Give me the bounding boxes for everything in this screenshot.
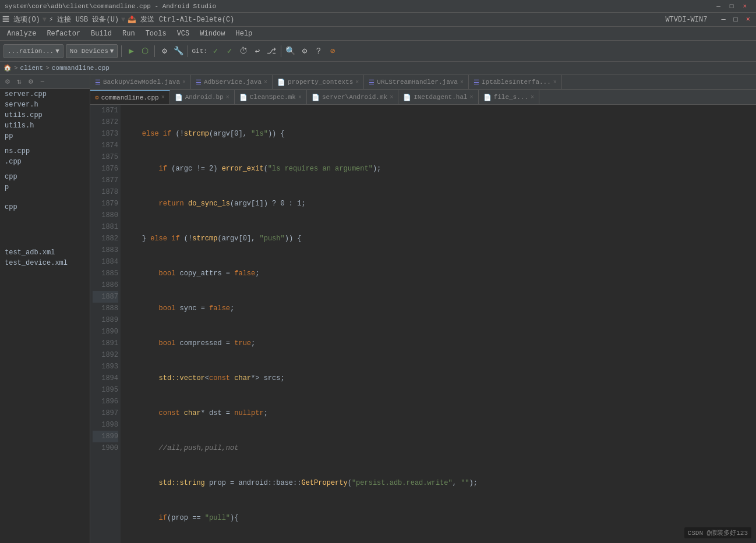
tab-server-android-mk[interactable]: 📄 server\Android.mk × <box>307 90 398 104</box>
code-line-1877: bool compressed = true; <box>125 338 751 349</box>
git-clock-icon[interactable]: ⏱ <box>238 45 249 57</box>
win-restore2[interactable]: □ <box>730 16 741 24</box>
menu-help[interactable]: Help <box>231 29 257 39</box>
toolbar-sep3 <box>188 45 188 57</box>
help-icon[interactable]: ? <box>313 45 324 57</box>
line-numbers: 1871 1872 1873 1874 1875 1876 1877 1878 … <box>90 105 121 543</box>
tab-icon-commandline: ⚙ <box>95 94 99 101</box>
tab-label-file-s: file_s... <box>494 94 528 101</box>
debug-button[interactable]: ⬡ <box>139 45 151 57</box>
git-check1-icon[interactable]: ✓ <box>210 45 221 57</box>
sidebar-minus-icon[interactable]: − <box>37 76 48 87</box>
sidebar-item-pp[interactable]: pp <box>0 131 90 141</box>
breadcrumb: 🏠 > client > commandline.cpp <box>0 62 756 74</box>
tab-close-commandline[interactable]: × <box>161 94 165 101</box>
tab-iptables[interactable]: ☰ IptablesInterfa... × <box>469 75 562 89</box>
devices-dropdown[interactable]: No Devices ▼ <box>66 44 118 58</box>
sidebar-item-utils-h[interactable]: utils.h <box>0 120 90 131</box>
git-branch-icon[interactable]: ⎇ <box>266 45 277 57</box>
sidebar-item-test-device[interactable]: test_device.xml <box>0 258 90 268</box>
tab-close-file-s[interactable]: × <box>531 94 534 101</box>
sidebar-item-utils-cpp[interactable]: utils.cpp <box>0 110 90 120</box>
code-editor[interactable]: else if (!strcmp(argv[0], "ls")) { if (a… <box>121 105 756 543</box>
window-close[interactable]: × <box>738 3 751 10</box>
menu-tools[interactable]: Tools <box>141 29 171 39</box>
ide-menu-bar: Analyze Refactor Build Run Tools VCS Win… <box>0 27 756 41</box>
tab-label-adb: AdbService.java <box>204 79 262 86</box>
window-minimize[interactable]: — <box>712 3 725 10</box>
tab-close-server-mk[interactable]: × <box>390 94 393 101</box>
tab-close-property[interactable]: × <box>355 79 359 86</box>
tab-close-url[interactable]: × <box>460 79 464 86</box>
code-line-1882: if(prop == "pull"){ <box>125 512 751 524</box>
tab-label-url: URLStreamHandler.java <box>377 79 458 86</box>
git-undo-icon[interactable]: ↩ <box>252 45 263 57</box>
tab-inetdagent[interactable]: 📄 INetdagent.hal × <box>398 90 478 104</box>
sidebar-item-cpp[interactable]: cpp <box>0 172 90 182</box>
tab-bar-2: ⚙ commandline.cpp × 📄 Android.bp × 📄 Cle… <box>90 90 756 105</box>
tab-label-commandline: commandline.cpp <box>101 94 159 101</box>
sidebar-item-test-adb[interactable]: test_adb.xml <box>0 247 90 258</box>
top-connect-btn[interactable]: ⚡ 连接 USB 设备(U) <box>49 15 119 24</box>
window-restore[interactable]: □ <box>725 3 739 10</box>
system-name: WTVDI-WIN7 <box>665 16 707 24</box>
tab-backup-viewmodel[interactable]: ☰ BackUpViewModel.java × <box>90 75 191 89</box>
tab-android-bp[interactable]: 📄 Android.bp × <box>170 90 235 104</box>
config-dropdown[interactable]: ...ration... ▼ <box>3 44 63 58</box>
code-line-1880: //all,push,pull,not <box>125 442 751 454</box>
code-container[interactable]: 1871 1872 1873 1874 1875 1876 1877 1878 … <box>90 105 756 543</box>
git-check2-icon[interactable]: ✓ <box>224 45 235 57</box>
code-line-1875: bool copy_attrs = false; <box>125 268 751 279</box>
tab-urlstream[interactable]: ☰ URLStreamHandler.java × <box>364 75 469 89</box>
tab-close-inetd[interactable]: × <box>470 94 474 101</box>
sidebar-gear2-icon[interactable]: ⚙ <box>26 76 36 87</box>
no-entry-icon[interactable]: ⊘ <box>327 45 338 57</box>
tab-close-cleanspec[interactable]: × <box>298 94 302 101</box>
menu-refactor[interactable]: Refactor <box>42 29 85 39</box>
sidebar-item-dot-cpp[interactable]: .cpp <box>0 157 90 167</box>
tab-close-androidbp[interactable]: × <box>226 94 229 101</box>
tab-property-contexts[interactable]: 📄 property_contexts × <box>273 75 364 89</box>
top-menu-bar: ☰ 选项(O) ▼ ⚡ 连接 USB 设备(U) ▼ 📤 发送 Ctrl-Alt… <box>0 13 756 27</box>
sidebar-item-server-h[interactable]: server.h <box>0 100 90 110</box>
top-option-btn[interactable]: ☰ 选项(O) <box>2 15 40 24</box>
toolbar-sep1 <box>121 45 122 57</box>
profile-icon[interactable]: 🔧 <box>172 45 184 57</box>
tab-icon-iptables: ☰ <box>474 79 479 86</box>
menu-analyze[interactable]: Analyze <box>2 29 41 39</box>
sidebar-item-ns-cpp[interactable]: ns.cpp <box>0 146 90 157</box>
menu-vcs[interactable]: VCS <box>172 29 195 39</box>
win-minimize2[interactable]: — <box>718 16 729 24</box>
tab-file-s[interactable]: 📄 file_s... × <box>479 90 539 104</box>
menu-run[interactable]: Run <box>118 29 140 39</box>
tab-cleanspec[interactable]: 📄 CleanSpec.mk × <box>235 90 307 104</box>
tab-label-cleanspec: CleanSpec.mk <box>250 94 296 101</box>
top-send-btn[interactable]: 📤 发送 Ctrl-Alt-Delete(C) <box>128 15 234 24</box>
tab-close-iptables[interactable]: × <box>553 79 557 86</box>
settings-icon[interactable]: ⚙ <box>299 45 310 57</box>
tab-label-androidbp: Android.bp <box>185 94 224 101</box>
sidebar-item-server-cpp[interactable]: server.cpp <box>0 89 90 100</box>
sidebar-item-cpp2[interactable]: cpp <box>0 202 90 212</box>
menu-window[interactable]: Window <box>195 29 229 39</box>
sidebar-item-p[interactable]: p <box>0 182 90 193</box>
tab-commandline[interactable]: ⚙ commandline.cpp × <box>90 90 170 104</box>
tab-close-adb[interactable]: × <box>264 79 267 86</box>
sidebar-settings-icon[interactable]: ⚙ <box>2 76 13 87</box>
breadcrumb-file[interactable]: commandline.cpp <box>52 65 109 72</box>
tab-adbservice[interactable]: ☰ AdbService.java × <box>191 75 273 89</box>
code-line-1872: if (argc != 2) error_exit("ls requires a… <box>125 163 751 175</box>
run-button[interactable]: ▶ <box>125 45 137 57</box>
sidebar-sort-icon[interactable]: ⇅ <box>14 76 24 87</box>
menu-build[interactable]: Build <box>86 29 116 39</box>
win-close2[interactable]: × <box>743 16 754 24</box>
tab-close-backup[interactable]: × <box>182 79 186 86</box>
build-icon[interactable]: ⚙ <box>158 45 170 57</box>
breadcrumb-client[interactable]: client <box>20 65 44 72</box>
editor-area: ☰ BackUpViewModel.java × ☰ AdbService.ja… <box>90 74 756 543</box>
tab-icon-file-s: 📄 <box>483 94 492 101</box>
search-icon[interactable]: 🔍 <box>285 45 296 57</box>
code-line-1874: } else if (!strcmp(argv[0], "push")) { <box>125 233 751 244</box>
title-bar: system\core\adb\client\commandline.cpp -… <box>0 0 756 13</box>
toolbar-sep2 <box>154 45 155 57</box>
